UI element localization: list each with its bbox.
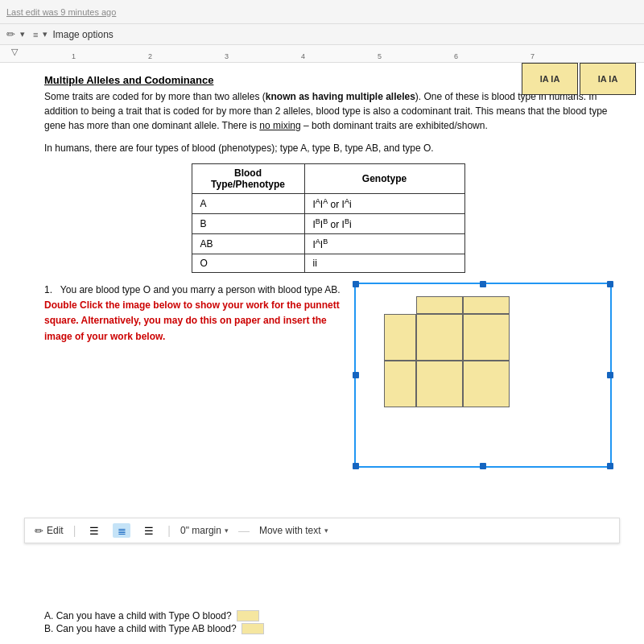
ruler-mark-2: 2 xyxy=(148,52,152,60)
qa-text: A. Can you have a child with Type O bloo… xyxy=(44,610,232,621)
image-options-bar[interactable]: ✏ ▾ ≡ ▾ Image options xyxy=(0,24,644,45)
edit-label[interactable]: Edit xyxy=(47,525,64,536)
genotype-ab: IAIB xyxy=(304,234,464,254)
q1-number: 1. xyxy=(44,284,58,295)
q1-normal-text: You are blood type O and you marry a per… xyxy=(60,284,341,295)
table-row: A IAIA or IAi xyxy=(192,194,464,214)
page: Last edit was 9 minutes ago ✏ ▾ ≡ ▾ Imag… xyxy=(0,0,644,644)
punnett-cell-12 xyxy=(463,314,510,361)
intro-line: In humans, there are four types of blood… xyxy=(44,141,612,155)
resize-handle-tm[interactable] xyxy=(480,281,486,287)
divider-3: — xyxy=(238,524,250,537)
lines-toolbar-icon: ≡ xyxy=(33,30,38,39)
edit-pencil-icon: ✏ xyxy=(35,525,43,537)
last-edit-text: Last edit was 9 minutes ago xyxy=(6,7,116,17)
table-row: O ii xyxy=(192,254,464,273)
punnett-inner-grid xyxy=(384,296,510,407)
blood-type-a: A xyxy=(192,194,304,214)
question-a-line: A. Can you have a child with Type O bloo… xyxy=(44,610,264,621)
content-area: Multiple Alleles and Codominance Some tr… xyxy=(0,63,644,476)
image-bottom-toolbar[interactable]: ✏ Edit | ☰ ≣ ☰ | 0" margin ▾ — Move with… xyxy=(24,518,620,543)
blood-type-ab: AB xyxy=(192,234,304,254)
punnett-side-cell-2 xyxy=(384,361,416,407)
question-b-line: B. Can you have a child with Type AB blo… xyxy=(44,623,264,634)
punnett-cell-21 xyxy=(416,361,463,407)
genotype-b: IBIB or IBi xyxy=(304,214,464,234)
align-center-icon: ≣ xyxy=(118,525,126,537)
align-right-button[interactable]: ☰ xyxy=(140,523,158,538)
move-text-option[interactable]: Move with text ▾ xyxy=(259,525,328,536)
ruler-mark-3: 3 xyxy=(225,52,229,60)
qb-yellow-box xyxy=(242,623,264,634)
top-punnett-tables: IA IA IA IA xyxy=(522,63,636,95)
resize-handle-br[interactable] xyxy=(607,463,613,469)
align-left-icon: ☰ xyxy=(89,525,99,537)
move-text-label: Move with text xyxy=(259,525,321,536)
dropdown2-toolbar-icon: ▾ xyxy=(43,29,47,39)
pencil-toolbar-icon: ✏ xyxy=(6,28,15,40)
punnett-side-cell-1 xyxy=(384,314,416,361)
col-header-type: Blood Type/Phenotype xyxy=(192,164,304,194)
align-left-button[interactable]: ☰ xyxy=(85,523,103,538)
question-1-section: 1. You are blood type O and you marry a … xyxy=(44,283,612,468)
resize-handle-bm[interactable] xyxy=(480,463,486,469)
margin-label: 0" margin xyxy=(180,525,221,536)
ruler-mark-7: 7 xyxy=(530,52,535,60)
ruler: ▽ 1 2 3 4 5 6 7 xyxy=(0,45,644,63)
align-right-icon: ☰ xyxy=(144,525,154,537)
punnett-square-area[interactable] xyxy=(354,283,612,468)
intro-paragraph: Some traits are coded for by more than t… xyxy=(44,89,612,133)
image-options-label[interactable]: Image options xyxy=(52,29,113,40)
punnett-row-1 xyxy=(384,314,510,361)
blood-type-o: O xyxy=(192,254,304,273)
resize-handle-tr[interactable] xyxy=(607,281,613,287)
para1-bold: known as having multiple alleles xyxy=(266,91,415,102)
qb-text: B. Can you have a child with Type AB blo… xyxy=(44,623,237,634)
resize-handle-ml[interactable] xyxy=(353,372,359,378)
table-row: B IBIB or IBi xyxy=(192,214,464,234)
question-1-text: 1. You are blood type O and you marry a … xyxy=(44,283,346,468)
para1-text: Some traits are coded for by more than t… xyxy=(44,91,266,102)
qa-yellow-box xyxy=(237,610,259,621)
ruler-mark-6: 6 xyxy=(454,52,458,60)
no-mixing-text: no mixing xyxy=(259,120,300,131)
punnett-header-cell-2 xyxy=(463,296,510,314)
top-punnett-cell2: IA IA xyxy=(580,63,636,95)
divider-1: | xyxy=(73,524,76,537)
bottom-questions: A. Can you have a child with Type O bloo… xyxy=(44,610,264,636)
punnett-row-2 xyxy=(384,361,510,407)
resize-handle-tl[interactable] xyxy=(353,281,359,287)
genotype-o: ii xyxy=(304,254,464,273)
edit-button[interactable]: ✏ Edit xyxy=(35,525,64,537)
align-center-button[interactable]: ≣ xyxy=(113,523,130,538)
table-row: AB IAIB xyxy=(192,234,464,254)
top-toolbar: Last edit was 9 minutes ago xyxy=(0,0,644,24)
ruler-mark-4: 4 xyxy=(301,52,305,60)
resize-handle-bl[interactable] xyxy=(353,463,359,469)
punnett-header-cell-1 xyxy=(416,296,463,314)
punnett-cell-11 xyxy=(416,314,463,361)
ruler-mark-1: 1 xyxy=(72,52,76,60)
blood-type-table: Blood Type/Phenotype Genotype A IAIA or … xyxy=(192,163,465,273)
divider-2: | xyxy=(167,524,171,537)
ruler-funnel-icon: ▽ xyxy=(11,47,18,57)
q1-red-text: Double Click the image below to show you… xyxy=(44,299,340,341)
top-punnett-cell1: IA IA xyxy=(522,63,578,95)
resize-handle-mr[interactable] xyxy=(607,372,613,378)
blood-type-table-container: Blood Type/Phenotype Genotype A IAIA or … xyxy=(192,163,465,273)
margin-dropdown-icon[interactable]: ▾ xyxy=(225,526,229,535)
move-text-dropdown-icon[interactable]: ▾ xyxy=(324,526,328,535)
punnett-cell-22 xyxy=(463,361,510,407)
col-header-genotype: Genotype xyxy=(304,164,464,194)
ruler-mark-5: 5 xyxy=(378,52,382,60)
genotype-a: IAIA or IAi xyxy=(304,194,464,214)
punnett-header-row xyxy=(416,296,510,314)
margin-option[interactable]: 0" margin ▾ xyxy=(180,525,229,536)
dropdown-toolbar-icon: ▾ xyxy=(20,29,25,39)
blood-type-b: B xyxy=(192,214,304,234)
